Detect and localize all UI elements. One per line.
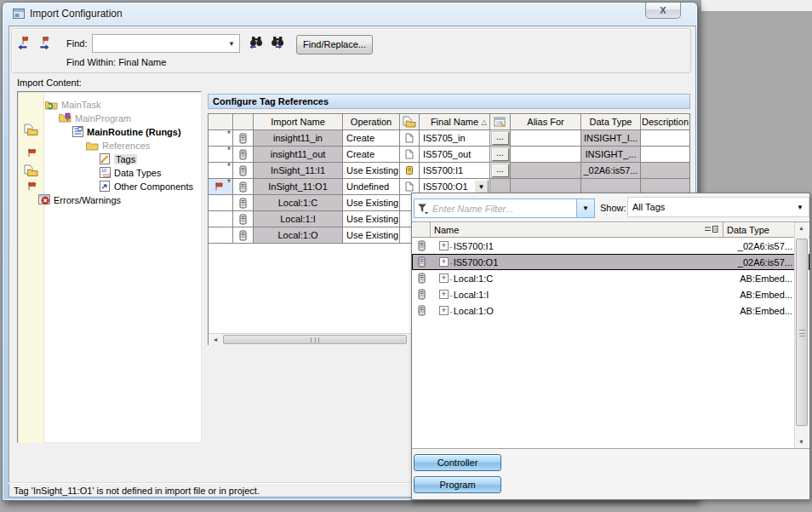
column-header-operation[interactable]: Operation (343, 114, 400, 130)
cell-operation[interactable]: Create (343, 130, 400, 147)
titlebar[interactable]: Import Configuration (3, 3, 697, 25)
row-header-cell[interactable]: * (209, 179, 233, 195)
scroll-up-button[interactable]: ▲ (795, 222, 808, 233)
list-item[interactable]: +-Local:1:O AB:Embed... (412, 302, 809, 319)
tree-item-references[interactable]: References (86, 139, 150, 152)
cell-final-name[interactable]: IS5705_in (420, 130, 490, 147)
column-header-properties[interactable] (490, 114, 511, 130)
tag-list-datatype-header[interactable]: Data Type (723, 222, 795, 237)
horizontal-scrollbar-thumb[interactable] (223, 335, 407, 344)
tree-item-maintask[interactable]: MainTask (45, 98, 100, 111)
browse-button[interactable]: ... (492, 164, 509, 177)
table-row[interactable]: * insight11_in Create IS5705_in ... INSI… (209, 130, 689, 147)
find-replace-button[interactable]: Find/Replace... (296, 35, 373, 55)
tree-item-errors-warnings[interactable]: Errors/Warnings (38, 193, 121, 206)
next-flag-button[interactable] (35, 33, 55, 54)
list-item[interactable]: +-IS5700:I1 _02A6:is57... (412, 238, 809, 254)
program-scope-button[interactable]: Program (414, 476, 501, 493)
expand-icon[interactable]: + (439, 241, 449, 250)
filter-dropdown-button[interactable]: ▼ (576, 198, 595, 218)
sort-ascending-icon[interactable]: △ (482, 118, 487, 126)
list-item[interactable]: +-Local:1:C AB:Embed... (412, 270, 809, 286)
tree-item-mainroutine[interactable]: MainRoutine (Rungs) (72, 125, 181, 138)
cell-operation[interactable]: Use Existing (343, 211, 400, 227)
expand-icon[interactable]: + (439, 257, 449, 267)
cell-operation[interactable]: Use Existing (343, 195, 400, 211)
grid-header-row: Import Name Operation Final Name △ Alias… (209, 114, 689, 130)
tag-icon (239, 230, 247, 241)
row-header-cell[interactable]: * (209, 130, 233, 147)
row-header-cell[interactable] (209, 195, 233, 211)
row-header-cell[interactable]: * (209, 147, 233, 163)
autofilter-icon[interactable] (704, 225, 719, 234)
browse-button[interactable]: ... (492, 132, 509, 145)
cell-import-name: InSight_11:I1 (254, 163, 343, 179)
list-item-selected[interactable]: +-IS5700:O1 _02A6:is57... (412, 254, 809, 270)
show-combobox[interactable]: All Tags ▼ (627, 197, 809, 217)
cell-final-name[interactable]: IS5700:I1 (420, 163, 490, 179)
column-header-alias-for[interactable]: Alias For (511, 114, 581, 130)
cell-import-name: insight11_in (254, 130, 343, 147)
tag-icon (239, 181, 247, 193)
combobox-dropdown-button[interactable]: ▼ (474, 180, 489, 193)
cell-operation[interactable]: Create (343, 147, 400, 163)
expand-icon[interactable]: + (439, 273, 449, 283)
grid-corner-cell (209, 114, 233, 130)
tag-list-name-header[interactable]: Name (431, 222, 723, 237)
chevron-down-icon[interactable]: ▼ (797, 204, 809, 211)
folder-icon (86, 141, 99, 151)
cell-operation[interactable]: Use Existing (343, 227, 400, 244)
tag-list-vertical-scrollbar[interactable]: ▲ ▼ (794, 222, 809, 448)
column-header-final-name[interactable]: Final Name △ (420, 114, 490, 130)
name-header-label: Name (434, 225, 459, 235)
expand-icon[interactable]: + (439, 306, 449, 315)
cell-alias-for[interactable] (511, 147, 581, 163)
cell-browse: ... (490, 163, 511, 179)
cell-operation[interactable]: Undefined (343, 179, 400, 195)
flag-right-icon (38, 35, 52, 52)
row-header-cell[interactable] (209, 227, 233, 244)
name-filter-input[interactable]: Enter Name Filter... (414, 198, 577, 218)
cell-final-name[interactable]: IS5705_out (420, 147, 490, 163)
browse-button[interactable]: ... (492, 148, 509, 161)
cell-alias-for[interactable] (511, 130, 581, 147)
cell-operation[interactable]: Use Existing (343, 163, 400, 179)
cell-import-name: Local:1:C (254, 195, 343, 211)
close-button[interactable]: X (645, 3, 681, 19)
column-header-usage[interactable] (400, 114, 420, 130)
column-header-import-name[interactable]: Import Name (254, 114, 343, 130)
find-combobox[interactable]: ▼ (92, 34, 240, 53)
tags-pencil-icon (100, 153, 111, 164)
expand-icon[interactable]: + (439, 290, 449, 299)
find-previous-button[interactable] (246, 33, 266, 54)
previous-flag-button[interactable] (13, 33, 33, 54)
list-item[interactable]: +-Local:1:I AB:Embed... (412, 286, 809, 302)
tree-item-label: MainTask (61, 100, 100, 110)
filter-funnel-icon[interactable] (417, 203, 429, 215)
tag-type-cell (233, 130, 254, 147)
tag-icon (239, 214, 247, 225)
cell-description[interactable] (641, 147, 689, 163)
row-header-cell[interactable]: * (209, 163, 233, 179)
scroll-down-button[interactable]: ▼ (795, 436, 808, 447)
tree-item-mainprogram[interactable]: MainProgram (59, 112, 131, 124)
column-header-data-type[interactable]: Data Type (581, 114, 641, 130)
scroll-left-button[interactable]: ◄ (209, 334, 222, 345)
table-row[interactable]: * InSight_11:I1 Use Existing IS5700:I1 .… (209, 163, 689, 179)
final-name-header-label: Final Name (431, 117, 478, 127)
tree-item-tags[interactable]: Tags (100, 152, 137, 165)
row-header-cell[interactable] (209, 211, 233, 227)
tag-data-type: AB:Embed... (740, 290, 792, 300)
vertical-scrollbar-thumb[interactable] (796, 239, 808, 426)
table-row[interactable]: * insight11_out Create IS5705_out ... IN… (209, 147, 689, 163)
controller-scope-button[interactable]: Controller (414, 454, 501, 471)
column-header-description[interactable]: Description (641, 114, 689, 130)
tree-item-data-types[interactable]: 10010 Data Types (100, 166, 161, 179)
cell-description[interactable] (641, 130, 689, 147)
chevron-down-icon[interactable]: ▼ (228, 40, 239, 48)
flag-left-icon (16, 35, 30, 52)
find-next-button[interactable] (268, 33, 289, 54)
tag-list: Name Data Type +-IS5700:I1 _02A6:is57...… (412, 221, 809, 449)
tree-item-other-components[interactable]: Other Components (100, 180, 193, 193)
routine-ladder-icon (72, 126, 83, 137)
